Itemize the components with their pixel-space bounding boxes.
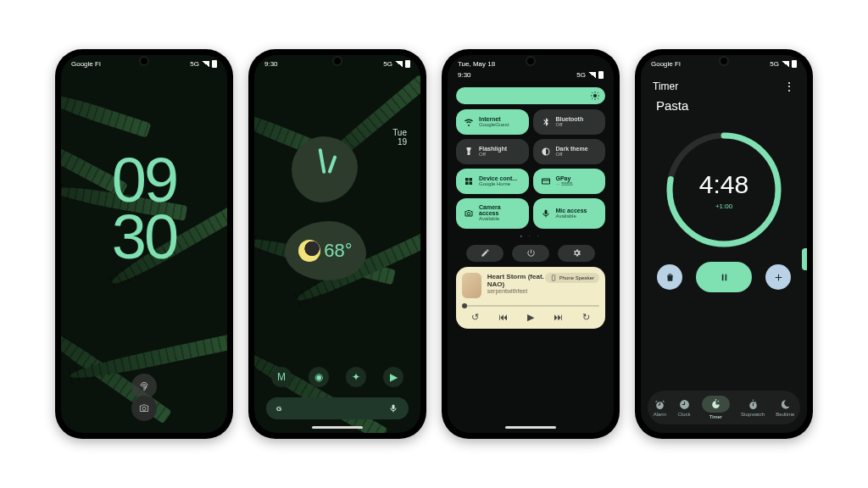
weather-widget[interactable]: 68° bbox=[285, 221, 366, 280]
qs-tile-flashlight[interactable]: FlashlightOff bbox=[456, 139, 529, 164]
album-art bbox=[462, 273, 481, 298]
add-timer-button[interactable] bbox=[765, 264, 791, 290]
gesture-pill[interactable] bbox=[505, 426, 556, 429]
punch-hole-camera bbox=[334, 58, 341, 64]
page-dots[interactable]: • · · bbox=[448, 229, 614, 243]
nav-timer[interactable]: Timer bbox=[702, 396, 730, 419]
timer-label[interactable]: Pasta bbox=[641, 97, 807, 114]
nav-clock[interactable]: Clock bbox=[678, 399, 691, 417]
youtube-icon[interactable]: ▶ bbox=[383, 367, 403, 387]
tile-label: Mic access bbox=[556, 208, 587, 214]
forward-30-icon[interactable]: ↻ bbox=[582, 312, 590, 323]
network-label: 5G bbox=[383, 60, 392, 68]
tile-sub: ··· 5555 bbox=[556, 181, 573, 188]
qs-tile-bluetooth[interactable]: BluetoothOff bbox=[533, 109, 606, 135]
qs-tile-device-cont-[interactable]: Device cont...Google Home bbox=[456, 169, 529, 194]
add-timer-tab[interactable] bbox=[802, 248, 807, 270]
edit-button[interactable] bbox=[466, 245, 504, 262]
plus-icon bbox=[773, 272, 784, 283]
previous-icon[interactable]: ⏮ bbox=[498, 312, 508, 322]
qs-tile-camera-access[interactable]: Camera accessAvailable bbox=[456, 198, 529, 229]
signal-icon bbox=[588, 72, 596, 78]
timer-controls bbox=[641, 262, 807, 292]
nav-label: Timer bbox=[709, 414, 722, 419]
mic-access-icon bbox=[541, 208, 551, 219]
photos-icon[interactable]: ✦ bbox=[346, 367, 366, 387]
maps-icon[interactable]: ◉ bbox=[309, 367, 329, 387]
delete-timer-button[interactable] bbox=[657, 264, 682, 290]
mic-icon[interactable] bbox=[388, 403, 398, 413]
camera-access-icon bbox=[464, 208, 474, 219]
nav-label: Stopwatch bbox=[741, 412, 765, 417]
search-bar[interactable]: G bbox=[266, 397, 409, 419]
app-title: Timer bbox=[653, 80, 678, 92]
output-chip[interactable]: Phone Speaker bbox=[545, 273, 599, 283]
weather-temp: 68° bbox=[324, 240, 352, 262]
svg-rect-9 bbox=[552, 274, 554, 280]
network-label: 5G bbox=[190, 60, 199, 68]
play-icon[interactable]: ▶ bbox=[527, 312, 534, 323]
track-artist: serpentwithfeet bbox=[487, 288, 545, 294]
signal-icon bbox=[202, 61, 209, 67]
battery-icon bbox=[792, 60, 797, 68]
pause-button[interactable] bbox=[696, 262, 752, 292]
status-bar: 9:30 5G bbox=[448, 69, 614, 84]
network-label: 5G bbox=[770, 60, 779, 68]
clock-minutes: 30 bbox=[61, 209, 227, 266]
nav-label: Alarm bbox=[654, 412, 667, 417]
flashlight-icon bbox=[464, 147, 474, 157]
timer-icon bbox=[710, 398, 721, 409]
carrier-label: Google Fi bbox=[71, 60, 101, 68]
power-button[interactable] bbox=[512, 245, 549, 262]
status-time: 9:30 bbox=[264, 60, 278, 68]
media-card[interactable]: Phone Speaker Heart Storm (feat. NAO) se… bbox=[456, 267, 605, 329]
settings-icon bbox=[572, 248, 581, 258]
nav-stopwatch[interactable]: Stopwatch bbox=[741, 399, 765, 417]
bedtime-icon bbox=[780, 399, 791, 410]
fingerprint-icon bbox=[137, 380, 151, 393]
punch-hole-camera bbox=[141, 58, 147, 64]
battery-icon bbox=[212, 60, 217, 68]
gmail-icon[interactable]: M bbox=[271, 367, 292, 387]
carrier-label: Google Fi bbox=[651, 60, 681, 68]
tile-sub: Off bbox=[556, 152, 588, 158]
status-time: 9:30 bbox=[458, 71, 471, 79]
timer-time: 4:48 bbox=[699, 170, 748, 199]
clock-hour-hand bbox=[327, 155, 337, 174]
brightness-slider[interactable] bbox=[456, 87, 605, 104]
device-controls-icon bbox=[464, 176, 474, 186]
overflow-menu[interactable]: ⋮ bbox=[783, 80, 795, 93]
svg-point-0 bbox=[593, 94, 597, 97]
punch-hole-camera bbox=[527, 58, 534, 64]
tile-sub: Off bbox=[556, 122, 584, 129]
camera-shortcut[interactable] bbox=[131, 396, 157, 421]
tile-sub: Google Home bbox=[479, 181, 517, 188]
qs-tile-gpay[interactable]: GPay··· 5555 bbox=[533, 169, 606, 194]
network-label: 5G bbox=[576, 71, 586, 79]
app-header: Timer ⋮ bbox=[641, 73, 807, 97]
nav-bedtime[interactable]: Bedtime bbox=[776, 399, 794, 417]
date-widget[interactable]: Tue 19 bbox=[392, 128, 407, 147]
qs-tile-internet[interactable]: InternetGoogleGuest bbox=[456, 109, 529, 135]
settings-button[interactable] bbox=[558, 245, 595, 262]
qs-tile-mic-access[interactable]: Mic accessAvailable bbox=[533, 198, 606, 229]
rewind-30-icon[interactable]: ↺ bbox=[471, 312, 479, 323]
tile-sub: Off bbox=[479, 152, 507, 158]
signal-icon bbox=[782, 61, 789, 67]
output-label: Phone Speaker bbox=[559, 275, 594, 280]
signal-icon bbox=[395, 61, 403, 67]
lock-clock: 09 30 bbox=[61, 152, 227, 265]
phone-lockscreen: Google Fi 5G Coffee with Robin in 30 min… bbox=[55, 49, 233, 439]
gesture-pill[interactable] bbox=[312, 426, 363, 429]
tile-label: Dark theme bbox=[556, 146, 588, 152]
add-minute-button[interactable]: +1:00 bbox=[715, 202, 732, 210]
nav-alarm[interactable]: Alarm bbox=[654, 399, 667, 417]
qs-tile-dark-theme[interactable]: Dark themeOff bbox=[533, 139, 606, 164]
google-g-icon: G bbox=[276, 405, 281, 413]
tile-label: Camera access bbox=[479, 204, 521, 216]
next-icon[interactable]: ⏭ bbox=[554, 312, 563, 322]
seek-bar[interactable] bbox=[462, 305, 599, 307]
svg-line-6 bbox=[598, 98, 598, 99]
edit-icon bbox=[481, 248, 490, 258]
svg-line-7 bbox=[592, 98, 593, 99]
